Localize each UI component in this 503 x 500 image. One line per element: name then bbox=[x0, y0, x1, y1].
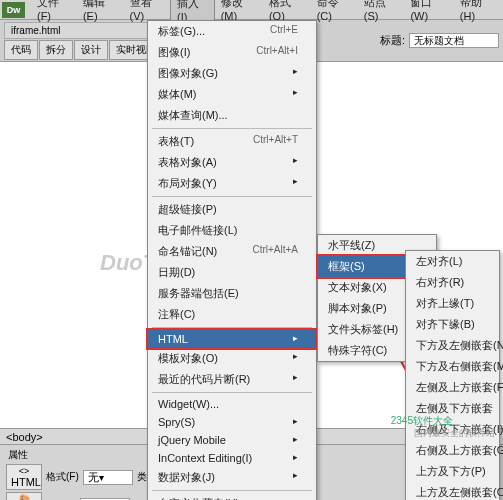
menuitem-G[interactable]: 右侧及上方嵌套(G) bbox=[406, 440, 499, 461]
menuitem-N[interactable]: 下方及左侧嵌套(N) bbox=[406, 335, 499, 356]
menuitem-Y[interactable]: 布局对象(Y)▸ bbox=[148, 173, 316, 194]
menuitem-D[interactable]: 日期(D) bbox=[148, 262, 316, 283]
menuitem-jQueryMobile[interactable]: jQuery Mobile▸ bbox=[148, 431, 316, 449]
menuitem-L[interactable]: 左对齐(L) bbox=[406, 251, 499, 272]
title-label: 标题: bbox=[380, 33, 405, 48]
menuitem-O[interactable]: 上方及左侧嵌套(O) bbox=[406, 482, 499, 500]
tag-selector[interactable]: <body> bbox=[6, 431, 43, 443]
credit-text: 国内最安全的软件站 bbox=[414, 427, 495, 440]
mode-拆分[interactable]: 拆分 bbox=[39, 40, 73, 60]
menuitem-HTML[interactable]: HTML▸ bbox=[148, 330, 316, 348]
menuitem-E[interactable]: 服务器端包括(E) bbox=[148, 283, 316, 304]
menuitem-B[interactable]: 对齐下缘(B) bbox=[406, 314, 499, 335]
format-select[interactable]: 无 ▾ bbox=[83, 470, 133, 485]
menuitem-T[interactable]: 表格(T)Ctrl+Alt+T bbox=[148, 131, 316, 152]
credit-logo: 2345软件大全 bbox=[391, 414, 453, 428]
menuitem-M[interactable]: 媒体查询(M)... bbox=[148, 105, 316, 126]
menuitem-T[interactable]: 对齐上缘(T) bbox=[406, 293, 499, 314]
mode-设计[interactable]: 设计 bbox=[74, 40, 108, 60]
menu-6[interactable]: 命令(C) bbox=[311, 0, 358, 26]
menuitem-R[interactable]: 右对齐(R) bbox=[406, 272, 499, 293]
menuitem-F[interactable]: 左侧及上方嵌套(F) bbox=[406, 377, 499, 398]
app-logo: Dw bbox=[2, 2, 25, 18]
html-mode-button[interactable]: <> HTML bbox=[6, 464, 42, 490]
menuitem-P[interactable]: 上方及下方(P) bbox=[406, 461, 499, 482]
menuitem-WidgetW[interactable]: Widget(W)... bbox=[148, 395, 316, 413]
menuitem-M[interactable]: 下方及右侧嵌套(M) bbox=[406, 356, 499, 377]
insert-menu: 标签(G)...Ctrl+E图像(I)Ctrl+Alt+I图像对象(G)▸媒体(… bbox=[147, 20, 317, 500]
title-input[interactable] bbox=[409, 33, 499, 48]
menuitem-C[interactable]: 注释(C) bbox=[148, 304, 316, 325]
menu-9[interactable]: 帮助(H) bbox=[454, 0, 501, 26]
menuitem-I[interactable]: 图像(I)Ctrl+Alt+I bbox=[148, 42, 316, 63]
menubar: Dw 文件(F)编辑(E)查看(V)插入(I)修改(M)格式(O)命令(C)站点… bbox=[0, 0, 503, 20]
menuitem-M[interactable]: 媒体(M)▸ bbox=[148, 84, 316, 105]
menuitem-A[interactable]: 表格对象(A)▸ bbox=[148, 152, 316, 173]
menuitem-G[interactable]: 图像对象(G)▸ bbox=[148, 63, 316, 84]
file-tab[interactable]: iframe.html bbox=[4, 22, 163, 39]
menuitem-O[interactable]: 模板对象(O)▸ bbox=[148, 348, 316, 369]
menu-8[interactable]: 窗口(W) bbox=[404, 0, 453, 26]
menu-7[interactable]: 站点(S) bbox=[358, 0, 405, 26]
css-mode-button[interactable]: 🎨 CSS bbox=[6, 492, 42, 500]
menuitem-InContextEditingI[interactable]: InContext Editing(I)▸ bbox=[148, 449, 316, 467]
menuitem-R[interactable]: 最近的代码片断(R)▸ bbox=[148, 369, 316, 390]
menuitem-P[interactable]: 超级链接(P) bbox=[148, 199, 316, 220]
frames-submenu: 左对齐(L)右对齐(R)对齐上缘(T)对齐下缘(B)下方及左侧嵌套(N)下方及右… bbox=[405, 250, 500, 500]
menuitem-J[interactable]: 数据对象(J)▸ bbox=[148, 467, 316, 488]
mode-代码[interactable]: 代码 bbox=[4, 40, 38, 60]
format-label: 格式(F) bbox=[46, 470, 79, 484]
menuitem-G[interactable]: 标签(G)...Ctrl+E bbox=[148, 21, 316, 42]
menuitem-L[interactable]: 电子邮件链接(L) bbox=[148, 220, 316, 241]
menuitem-N[interactable]: 命名锚记(N)Ctrl+Alt+A bbox=[148, 241, 316, 262]
menuitem-U[interactable]: 自定义收藏夹(U)... bbox=[148, 493, 316, 500]
menuitem-SpryS[interactable]: Spry(S)▸ bbox=[148, 413, 316, 431]
